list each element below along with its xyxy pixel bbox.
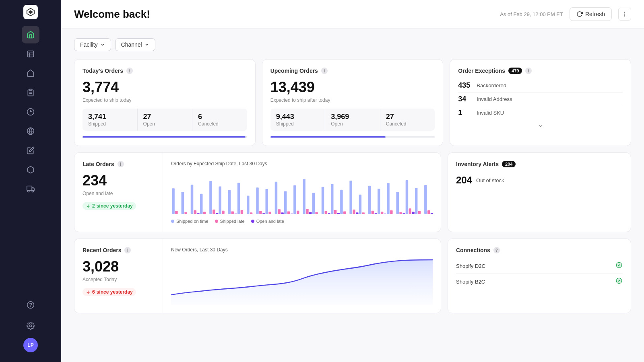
chart-title: Orders by Expected Ship Date, Last 30 Da…	[171, 161, 433, 167]
svg-rect-72	[353, 210, 355, 214]
svg-rect-78	[375, 213, 378, 214]
svg-rect-48	[265, 189, 268, 214]
facility-filter[interactable]: Facility	[74, 38, 111, 51]
upcoming-shipped-stat: 9,443 Shipped	[270, 109, 326, 131]
sidebar-item-inventory[interactable]	[22, 161, 39, 179]
exception-invalid-sku: 1 Invalid SKU	[458, 106, 623, 119]
refresh-icon	[576, 11, 583, 17]
svg-rect-86	[402, 213, 405, 214]
sidebar-item-orders[interactable]	[22, 45, 39, 63]
sidebar-item-edit[interactable]	[22, 142, 39, 159]
svg-rect-34	[213, 210, 215, 214]
bottom-row: Recent Orders i 3,028 Accepted Today 6 s…	[74, 239, 631, 313]
svg-rect-68	[337, 213, 340, 214]
svg-rect-87	[406, 180, 408, 214]
sidebar-item-clipboard[interactable]	[22, 84, 39, 101]
connections-info-icon[interactable]: ?	[493, 247, 500, 253]
timestamp: As of Feb 29, 12:00 PM ET	[500, 11, 563, 17]
sidebar-item-settings[interactable]	[22, 317, 39, 335]
svg-rect-80	[381, 212, 383, 214]
svg-rect-85	[399, 212, 402, 214]
late-orders-info-icon[interactable]: i	[118, 161, 124, 167]
svg-rect-71	[349, 181, 352, 214]
svg-rect-52	[281, 212, 284, 214]
sidebar-nav	[0, 26, 61, 291]
out-of-stock-item: 204 Out of stock	[456, 172, 623, 188]
sidebar-bottom: LP	[17, 291, 44, 357]
order-exceptions-title: Order Exceptions	[458, 68, 505, 74]
chevron-down-icon-2	[144, 42, 149, 47]
filters-row: Facility Channel	[74, 38, 631, 51]
late-orders-right: Orders by Expected Ship Date, Last 30 Da…	[163, 153, 441, 232]
svg-rect-49	[268, 212, 271, 214]
recent-orders-right: New Orders, Last 30 Days	[163, 239, 441, 313]
legend-dot-open-late	[251, 220, 254, 223]
app-logo[interactable]	[23, 5, 38, 19]
refresh-button[interactable]: Refresh	[570, 7, 612, 21]
more-options-button[interactable]	[618, 8, 631, 21]
todays-progress-bar	[83, 136, 247, 138]
svg-point-16	[32, 190, 33, 192]
svg-rect-75	[362, 212, 365, 214]
recent-orders-title: Recent Orders	[83, 247, 121, 253]
svg-rect-90	[415, 188, 418, 214]
todays-shipped-stat: 3,741 Shipped	[83, 109, 138, 131]
facility-label: Facility	[80, 41, 98, 48]
svg-rect-29	[194, 210, 197, 214]
recent-orders-subtitle: Accepted Today	[83, 277, 155, 282]
svg-rect-41	[237, 183, 240, 214]
user-avatar[interactable]: LP	[23, 338, 38, 352]
svg-rect-28	[191, 185, 194, 214]
svg-rect-44	[250, 212, 253, 214]
svg-rect-27	[184, 212, 187, 214]
svg-rect-35	[216, 213, 219, 214]
upcoming-orders-number: 13,439	[270, 79, 435, 96]
sidebar-item-globe[interactable]	[22, 122, 39, 140]
svg-rect-46	[259, 211, 262, 214]
todays-orders-info-icon[interactable]: i	[126, 68, 133, 74]
chart-legend: Shipped on time Shipped late Open and la…	[171, 219, 433, 224]
svg-point-19	[30, 325, 32, 327]
connection-shopify-b2c: Shopify B2C	[456, 274, 623, 289]
legend-open-and-late: Open and late	[251, 219, 284, 224]
svg-rect-64	[325, 211, 328, 214]
sidebar-item-home[interactable]	[22, 26, 39, 43]
svg-rect-84	[396, 192, 398, 214]
svg-rect-45	[256, 187, 259, 214]
sidebar-item-warehouse[interactable]	[22, 64, 39, 82]
sidebar-item-analytics[interactable]	[22, 103, 39, 121]
todays-open-stat: 27 Open	[138, 109, 193, 131]
recent-orders-delta: 6 since yesterday	[83, 288, 136, 296]
todays-canceled-stat: 6 Canceled	[192, 109, 247, 131]
recent-orders-card: Recent Orders i 3,028 Accepted Today 6 s…	[74, 239, 441, 313]
svg-rect-40	[234, 214, 237, 214]
legend-shipped-late: Shipped late	[215, 219, 245, 224]
expand-exceptions-button[interactable]	[458, 119, 623, 132]
svg-rect-81	[384, 214, 386, 214]
svg-rect-73	[356, 212, 359, 214]
upcoming-progress-fill	[270, 136, 386, 138]
svg-point-22	[624, 16, 625, 16]
line-chart-title: New Orders, Last 30 Days	[171, 247, 433, 253]
upcoming-orders-info-icon[interactable]: i	[321, 68, 328, 74]
svg-rect-57	[297, 211, 299, 214]
page-title: Welcome back!	[74, 8, 150, 21]
late-orders-card: Late Orders i 234 Open and late 2 since …	[74, 152, 441, 232]
recent-orders-info-icon[interactable]: i	[124, 247, 131, 253]
svg-rect-82	[387, 183, 390, 214]
recent-orders-number: 3,028	[83, 258, 155, 275]
middle-row: Late Orders i 234 Open and late 2 since …	[74, 152, 631, 232]
channel-filter[interactable]: Channel	[115, 38, 155, 51]
bar-chart-svg	[171, 171, 433, 215]
order-exceptions-info-icon[interactable]: i	[525, 68, 532, 74]
sidebar-item-help[interactable]	[22, 296, 39, 314]
sidebar-item-shipping[interactable]	[22, 180, 39, 198]
svg-rect-6	[29, 89, 32, 90]
legend-shipped-on-time: Shipped on time	[171, 219, 208, 224]
svg-rect-76	[368, 186, 371, 214]
todays-orders-subtitle: Expected to ship today	[83, 97, 247, 103]
svg-rect-77	[372, 211, 374, 214]
svg-rect-94	[431, 213, 433, 214]
legend-dot-late	[215, 220, 218, 223]
upcoming-canceled-stat: 27 Canceled	[380, 109, 435, 131]
